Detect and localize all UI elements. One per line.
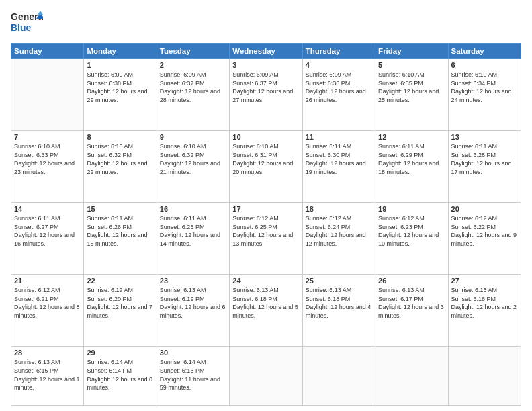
weekday-header-tuesday: Tuesday [157, 44, 229, 59]
day-number: 1 [87, 61, 153, 69]
day-info: Sunrise: 6:11 AMSunset: 6:28 PMDaylight:… [451, 142, 518, 176]
calendar-cell: 8Sunrise: 6:10 AMSunset: 6:32 PMDaylight… [84, 131, 157, 203]
calendar-cell [448, 347, 521, 406]
day-number: 29 [87, 349, 153, 357]
calendar-cell: 4Sunrise: 6:09 AMSunset: 6:36 PMDaylight… [302, 59, 375, 131]
day-info: Sunrise: 6:09 AMSunset: 6:36 PMDaylight:… [306, 71, 372, 104]
calendar-cell: 25Sunrise: 6:13 AMSunset: 6:18 PMDayligh… [302, 275, 375, 347]
calendar-cell: 10Sunrise: 6:10 AMSunset: 6:31 PMDayligh… [230, 131, 302, 203]
calendar-cell: 1Sunrise: 6:09 AMSunset: 6:38 PMDaylight… [84, 59, 157, 131]
header: General Blue [11, 8, 521, 39]
calendar-table: SundayMondayTuesdayWednesdayThursdayFrid… [11, 43, 521, 406]
calendar-cell: 13Sunrise: 6:11 AMSunset: 6:28 PMDayligh… [448, 131, 521, 203]
day-number: 23 [160, 277, 226, 285]
calendar-cell: 22Sunrise: 6:12 AMSunset: 6:20 PMDayligh… [84, 275, 157, 347]
calendar-week-3: 14Sunrise: 6:11 AMSunset: 6:27 PMDayligh… [11, 203, 521, 275]
calendar-cell: 7Sunrise: 6:10 AMSunset: 6:33 PMDaylight… [11, 131, 84, 203]
day-number: 2 [160, 61, 226, 69]
calendar-week-2: 7Sunrise: 6:10 AMSunset: 6:33 PMDaylight… [11, 131, 521, 203]
weekday-header-wednesday: Wednesday [230, 44, 302, 59]
day-number: 5 [378, 61, 445, 69]
day-info: Sunrise: 6:10 AMSunset: 6:34 PMDaylight:… [451, 71, 518, 104]
day-number: 9 [160, 133, 226, 141]
day-info: Sunrise: 6:10 AMSunset: 6:31 PMDaylight:… [232, 142, 299, 176]
day-info: Sunrise: 6:11 AMSunset: 6:27 PMDaylight:… [14, 214, 81, 248]
calendar-cell: 20Sunrise: 6:12 AMSunset: 6:22 PMDayligh… [448, 203, 521, 275]
day-number: 7 [14, 133, 81, 141]
calendar-cell: 28Sunrise: 6:13 AMSunset: 6:15 PMDayligh… [11, 347, 84, 406]
calendar-cell: 2Sunrise: 6:09 AMSunset: 6:37 PMDaylight… [157, 59, 229, 131]
calendar-cell: 6Sunrise: 6:10 AMSunset: 6:34 PMDaylight… [448, 59, 521, 131]
day-number: 6 [451, 61, 518, 69]
calendar-week-1: 1Sunrise: 6:09 AMSunset: 6:38 PMDaylight… [11, 59, 521, 131]
calendar-cell: 23Sunrise: 6:13 AMSunset: 6:19 PMDayligh… [157, 275, 229, 347]
day-info: Sunrise: 6:13 AMSunset: 6:16 PMDaylight:… [451, 286, 518, 320]
day-number: 22 [87, 277, 153, 285]
day-info: Sunrise: 6:13 AMSunset: 6:18 PMDaylight:… [232, 286, 299, 320]
calendar-cell: 16Sunrise: 6:11 AMSunset: 6:25 PMDayligh… [157, 203, 229, 275]
day-info: Sunrise: 6:11 AMSunset: 6:29 PMDaylight:… [378, 142, 445, 176]
logo-icon: General Blue [11, 8, 43, 36]
calendar-cell: 17Sunrise: 6:12 AMSunset: 6:25 PMDayligh… [230, 203, 302, 275]
day-info: Sunrise: 6:13 AMSunset: 6:17 PMDaylight:… [378, 286, 445, 320]
calendar-cell [230, 347, 302, 406]
day-info: Sunrise: 6:10 AMSunset: 6:33 PMDaylight:… [14, 142, 81, 176]
day-number: 17 [232, 205, 299, 213]
day-number: 25 [306, 277, 372, 285]
day-number: 4 [306, 61, 372, 69]
calendar-cell: 5Sunrise: 6:10 AMSunset: 6:35 PMDaylight… [375, 59, 448, 131]
day-info: Sunrise: 6:13 AMSunset: 6:18 PMDaylight:… [306, 286, 372, 320]
weekday-header-row: SundayMondayTuesdayWednesdayThursdayFrid… [11, 44, 521, 59]
page: General Blue SundayMondayTuesdayWednesda… [0, 0, 532, 411]
day-info: Sunrise: 6:12 AMSunset: 6:22 PMDaylight:… [451, 214, 518, 248]
day-info: Sunrise: 6:12 AMSunset: 6:24 PMDaylight:… [306, 214, 372, 248]
calendar-cell: 19Sunrise: 6:12 AMSunset: 6:23 PMDayligh… [375, 203, 448, 275]
day-info: Sunrise: 6:14 AMSunset: 6:13 PMDaylight:… [160, 358, 226, 392]
day-number: 24 [232, 277, 299, 285]
logo: General Blue [11, 8, 43, 39]
day-number: 20 [451, 205, 518, 213]
day-info: Sunrise: 6:09 AMSunset: 6:38 PMDaylight:… [87, 71, 153, 104]
calendar-cell: 24Sunrise: 6:13 AMSunset: 6:18 PMDayligh… [230, 275, 302, 347]
calendar-cell: 18Sunrise: 6:12 AMSunset: 6:24 PMDayligh… [302, 203, 375, 275]
day-info: Sunrise: 6:12 AMSunset: 6:21 PMDaylight:… [14, 286, 81, 320]
calendar-cell: 3Sunrise: 6:09 AMSunset: 6:37 PMDaylight… [230, 59, 302, 131]
day-number: 26 [378, 277, 445, 285]
day-info: Sunrise: 6:09 AMSunset: 6:37 PMDaylight:… [160, 71, 226, 104]
day-info: Sunrise: 6:14 AMSunset: 6:14 PMDaylight:… [87, 358, 153, 392]
day-info: Sunrise: 6:09 AMSunset: 6:37 PMDaylight:… [232, 71, 299, 104]
day-info: Sunrise: 6:13 AMSunset: 6:19 PMDaylight:… [160, 286, 226, 320]
day-info: Sunrise: 6:12 AMSunset: 6:23 PMDaylight:… [378, 214, 445, 248]
day-info: Sunrise: 6:11 AMSunset: 6:30 PMDaylight:… [306, 142, 372, 176]
day-number: 16 [160, 205, 226, 213]
calendar-cell: 15Sunrise: 6:11 AMSunset: 6:26 PMDayligh… [84, 203, 157, 275]
weekday-header-sunday: Sunday [11, 44, 84, 59]
day-number: 21 [14, 277, 81, 285]
day-number: 13 [451, 133, 518, 141]
weekday-header-monday: Monday [84, 44, 157, 59]
day-info: Sunrise: 6:10 AMSunset: 6:35 PMDaylight:… [378, 71, 445, 104]
day-number: 8 [87, 133, 153, 141]
day-info: Sunrise: 6:11 AMSunset: 6:26 PMDaylight:… [87, 214, 153, 248]
day-info: Sunrise: 6:13 AMSunset: 6:15 PMDaylight:… [14, 358, 81, 392]
day-number: 18 [306, 205, 372, 213]
day-number: 19 [378, 205, 445, 213]
calendar-cell: 14Sunrise: 6:11 AMSunset: 6:27 PMDayligh… [11, 203, 84, 275]
day-info: Sunrise: 6:11 AMSunset: 6:25 PMDaylight:… [160, 214, 226, 248]
calendar-cell: 27Sunrise: 6:13 AMSunset: 6:16 PMDayligh… [448, 275, 521, 347]
day-number: 12 [378, 133, 445, 141]
day-number: 28 [14, 349, 81, 357]
calendar-cell: 30Sunrise: 6:14 AMSunset: 6:13 PMDayligh… [157, 347, 229, 406]
svg-text:Blue: Blue [11, 22, 32, 33]
calendar-cell: 11Sunrise: 6:11 AMSunset: 6:30 PMDayligh… [302, 131, 375, 203]
calendar-cell: 21Sunrise: 6:12 AMSunset: 6:21 PMDayligh… [11, 275, 84, 347]
calendar-week-5: 28Sunrise: 6:13 AMSunset: 6:15 PMDayligh… [11, 347, 521, 406]
day-info: Sunrise: 6:12 AMSunset: 6:25 PMDaylight:… [232, 214, 299, 248]
weekday-header-friday: Friday [375, 44, 448, 59]
calendar-cell: 26Sunrise: 6:13 AMSunset: 6:17 PMDayligh… [375, 275, 448, 347]
day-info: Sunrise: 6:10 AMSunset: 6:32 PMDaylight:… [160, 142, 226, 176]
calendar-cell [302, 347, 375, 406]
calendar-cell: 9Sunrise: 6:10 AMSunset: 6:32 PMDaylight… [157, 131, 229, 203]
day-info: Sunrise: 6:12 AMSunset: 6:20 PMDaylight:… [87, 286, 153, 320]
weekday-header-thursday: Thursday [302, 44, 375, 59]
